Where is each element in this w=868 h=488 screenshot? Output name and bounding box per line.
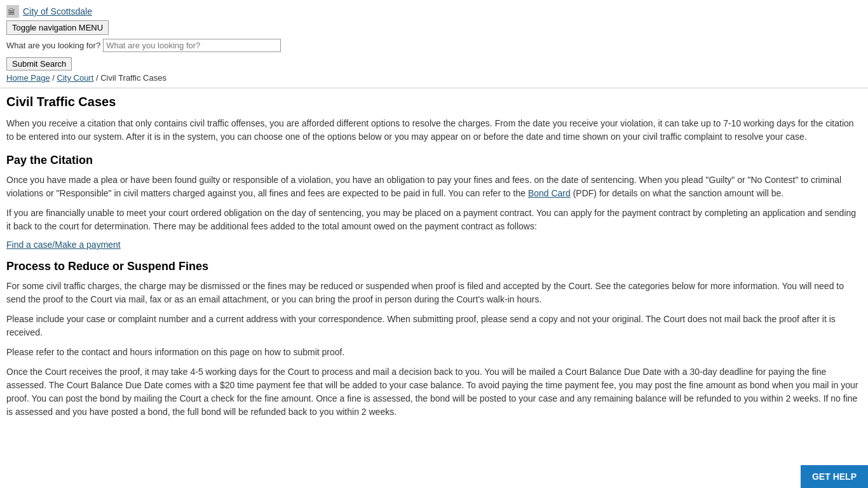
submit-search-button[interactable]: Submit Search — [6, 57, 72, 71]
section2-para4: Once the Court receives the proof, it ma… — [6, 365, 862, 419]
bond-card-link[interactable]: Bond Card — [528, 188, 571, 198]
site-title: City of Scottsdale — [23, 6, 92, 17]
breadcrumb-home-link[interactable]: Home Page — [6, 73, 50, 83]
nav-toggle-button[interactable]: Toggle navigation MENU — [6, 20, 109, 35]
search-input[interactable] — [103, 39, 281, 52]
nav-toggle-area: Toggle navigation MENU — [6, 20, 862, 39]
section2-para2: Please include your case or complaint nu… — [6, 313, 862, 339]
search-area: What are you looking for? — [6, 39, 862, 52]
search-label: What are you looking for? — [6, 41, 100, 50]
breadcrumb-sep1: / — [52, 73, 57, 83]
breadcrumb-current: Civil Traffic Cases — [100, 73, 166, 83]
section1-heading: Pay the Citation — [6, 154, 862, 167]
main-content: Civil Traffic Cases When you receive a c… — [0, 88, 868, 463]
section2-heading: Process to Reduce or Suspend Fines — [6, 260, 862, 273]
intro-paragraph: When you receive a citation that only co… — [6, 117, 862, 144]
logo-image: 🏛 — [6, 5, 19, 18]
site-logo-area: 🏛 City of Scottsdale — [6, 5, 862, 18]
section1-para1: Once you have made a plea or have been f… — [6, 173, 862, 200]
breadcrumb-court-link[interactable]: City Court — [57, 73, 94, 83]
breadcrumb: Home Page / City Court / Civil Traffic C… — [6, 73, 862, 85]
find-case-link[interactable]: Find a case/Make a payment — [6, 240, 862, 250]
section1-para2: If you are financially unable to meet yo… — [6, 207, 862, 233]
page-title: Civil Traffic Cases — [6, 95, 862, 109]
site-header: 🏛 City of Scottsdale Toggle navigation M… — [0, 0, 868, 88]
section1-para1-suffix: (PDF) for details on what the sanction a… — [573, 188, 784, 198]
site-title-link[interactable]: City of Scottsdale — [23, 6, 92, 17]
section2-para1: For some civil traffic charges, the char… — [6, 280, 862, 306]
svg-text:🏛: 🏛 — [8, 8, 15, 17]
section2-para3: Please refer to the contact and hours in… — [6, 346, 862, 359]
